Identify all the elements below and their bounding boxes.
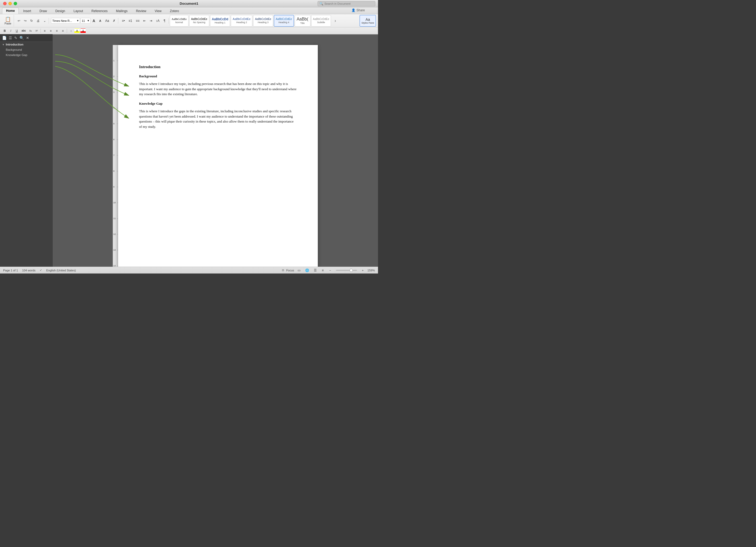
document-area[interactable]: 1 2 3 4 5 6 7 8 — [53, 34, 378, 267]
separator1 — [40, 29, 41, 33]
paste-button[interactable]: 📋 Paste — [3, 15, 13, 27]
show-formatting-button[interactable]: ¶ — [162, 18, 167, 24]
font-size-selector[interactable]: 11 ▾ — [80, 18, 90, 24]
style-normal[interactable]: AaBbCcDdEe Normal — [170, 15, 188, 27]
heading-introduction[interactable]: Introduction — [139, 64, 297, 70]
tab-zotero[interactable]: Zotero — [166, 8, 183, 14]
font-selector[interactable]: Times New R... ▾ — [51, 18, 80, 24]
align-right-button[interactable]: ≡ — [54, 28, 59, 33]
increase-indent-button[interactable]: ⇥ — [148, 18, 154, 24]
underline-button[interactable]: U — [14, 28, 19, 33]
style-heading1-preview: AaBbCcDd — [212, 18, 228, 21]
style-no-spacing[interactable]: AaBbCcDdEe No Spacing — [189, 15, 209, 27]
style-title[interactable]: AaBb( Title — [295, 15, 310, 27]
bullet-list-button[interactable]: ≡• — [120, 18, 126, 24]
highlight-button[interactable]: A — [74, 28, 80, 33]
style-subtitle[interactable]: AaBbCcDdEe Subtitle — [311, 15, 331, 27]
repeat-button[interactable]: ↻ — [29, 18, 34, 24]
tab-review[interactable]: Review — [132, 8, 150, 14]
superscript-button[interactable]: X² — [34, 28, 39, 33]
font-shrink-button[interactable]: A — [97, 18, 103, 24]
outline-view-button[interactable]: ☰ — [313, 268, 318, 273]
style-heading4[interactable]: AaBbCcDdEe Heading 4 — [274, 15, 294, 27]
separator2 — [67, 29, 67, 33]
more-button[interactable]: ⌄ — [42, 18, 48, 24]
heading-background[interactable]: Background — [139, 74, 297, 79]
draft-view-button[interactable]: ≡ — [320, 268, 325, 273]
paragraph-background[interactable]: This is where I introduce my topic, incl… — [139, 81, 297, 97]
focus-icon: ⊙ — [282, 268, 284, 272]
minimize-button[interactable] — [8, 2, 12, 5]
styles-more-button[interactable]: › — [332, 18, 338, 24]
font-case-button[interactable]: Aa — [104, 18, 111, 24]
svg-text:11: 11 — [113, 217, 116, 219]
style-heading3[interactable]: AaBbCcDdEe Heading 3 — [253, 15, 273, 27]
numbered-list-button[interactable]: ≡1 — [127, 18, 134, 24]
undo-redo-group: ↩ ↪ ↻ 🖨 ⌄ — [15, 18, 49, 24]
maximize-button[interactable] — [14, 2, 17, 5]
italic-button[interactable]: I — [8, 28, 13, 33]
close-sidebar-icon[interactable]: ✕ — [26, 36, 29, 40]
search-icon: 🔍 — [319, 2, 323, 6]
style-heading2[interactable]: AaBbCcDdEe Heading 2 — [231, 15, 252, 27]
zoom-level: 159% — [367, 269, 375, 272]
document-page[interactable]: Introduction Background This is where I … — [118, 45, 318, 267]
tab-insert[interactable]: Insert — [19, 8, 35, 14]
svg-text:8: 8 — [113, 170, 115, 172]
search-input[interactable] — [324, 2, 372, 5]
focus-label[interactable]: Focus — [286, 269, 294, 272]
justify-button[interactable]: ≡ — [60, 28, 65, 33]
font-grow-button[interactable]: A — [91, 18, 97, 24]
align-left-button[interactable]: ≡ — [42, 28, 47, 33]
search-sidebar-icon[interactable]: 🔍 — [19, 36, 24, 40]
tab-view[interactable]: View — [151, 8, 166, 14]
svg-text:14: 14 — [113, 264, 116, 267]
list-icon[interactable]: ☰ — [9, 36, 12, 40]
style-subtitle-label: Subtitle — [317, 21, 325, 24]
styles-pane-button[interactable]: Aa Styles Pane — [360, 15, 376, 27]
undo-button[interactable]: ↩ — [16, 18, 22, 24]
web-layout-button[interactable]: 🌐 — [304, 268, 310, 273]
title-search-area[interactable]: 🔍 — [318, 1, 375, 6]
style-heading1[interactable]: AaBbCcDd Heading 1 — [210, 15, 230, 27]
redo-button[interactable]: ↪ — [22, 18, 28, 24]
clear-format-button[interactable]: ✗ — [111, 18, 117, 24]
zoom-in-button[interactable]: + — [360, 268, 365, 273]
close-button[interactable] — [3, 2, 7, 5]
tab-mailings[interactable]: Mailings — [112, 8, 131, 14]
align-center-button[interactable]: ≡ — [48, 28, 53, 33]
font-dropdown-icon: ▾ — [77, 19, 79, 22]
line-spacing-button[interactable]: ↕ — [68, 28, 74, 33]
heading-knowledge-gap[interactable]: Knowledge Gap — [139, 101, 297, 106]
tab-references[interactable]: References — [88, 8, 111, 14]
subscript-button[interactable]: X₂ — [28, 28, 33, 33]
sidebar: 📄 ☰ ✎ 🔍 ✕ ▾ Introduction Background Know… — [0, 34, 53, 267]
sidebar-item-background[interactable]: Background — [0, 47, 52, 52]
strikethrough-button[interactable]: abc — [20, 28, 27, 33]
format-toolbar: B I U abc X₂ X² ≡ ≡ ≡ ≡ ↕ A A — [0, 27, 378, 34]
tab-home[interactable]: Home — [2, 8, 19, 14]
sidebar-item-introduction[interactable]: ▾ Introduction — [0, 42, 52, 47]
zoom-thumb[interactable] — [350, 269, 353, 272]
zoom-out-button[interactable]: − — [328, 268, 333, 273]
zoom-slider[interactable] — [336, 270, 357, 271]
multilevel-list-button[interactable]: ≡≡ — [134, 18, 141, 24]
tab-design[interactable]: Design — [51, 8, 69, 14]
paragraph-knowledge-gap[interactable]: This is where I introduce the gaps in th… — [139, 109, 297, 129]
decrease-indent-button[interactable]: ⇤ — [142, 18, 147, 24]
paste-icon: 📋 — [5, 16, 11, 22]
svg-text:12: 12 — [113, 233, 116, 235]
font-color-button[interactable]: A — [80, 28, 86, 33]
sidebar-item-knowledge-gap[interactable]: Knowledge Gap — [0, 52, 52, 58]
print-layout-button[interactable]: ▭ — [296, 268, 302, 273]
sort-button[interactable]: ↕A — [154, 18, 161, 24]
ruler: 1 2 3 4 5 6 7 8 — [53, 34, 378, 34]
bold-button[interactable]: B — [2, 28, 7, 33]
doc-icon[interactable]: 📄 — [2, 36, 7, 40]
tab-layout[interactable]: Layout — [70, 8, 87, 14]
tab-draw[interactable]: Draw — [35, 8, 51, 14]
style-normal-preview: AaBbCcDdEe — [172, 18, 187, 21]
edit-icon[interactable]: ✎ — [14, 36, 17, 40]
share-button[interactable]: 👤 Share — [351, 8, 365, 12]
print-button[interactable]: 🖨 — [35, 18, 41, 24]
